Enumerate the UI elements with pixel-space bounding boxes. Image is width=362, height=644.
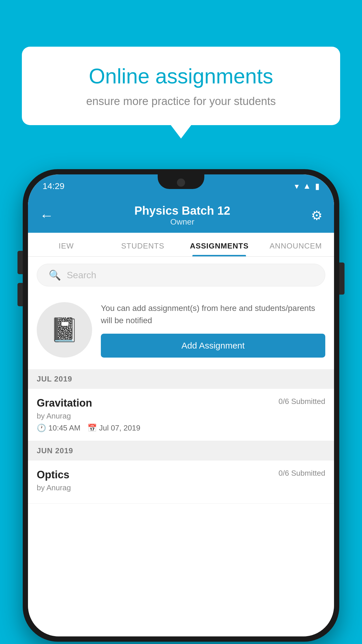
status-bar: 14:29 ▾ ▲ ▮ (28, 174, 334, 198)
assignment-time: 🕐 10:45 AM (37, 424, 80, 433)
content-area: 🔍 Search 📓 You can add assignment(s) fro… (28, 257, 334, 636)
assignment-optics-name: Optics (37, 469, 69, 481)
assignment-optics-row1: Optics 0/6 Submitted (37, 469, 325, 481)
assignment-name: Gravitation (37, 397, 92, 409)
assignment-date-value: Jul 07, 2019 (99, 424, 140, 433)
bubble-title: Online assignments (42, 64, 320, 88)
assignment-meta: 🕐 10:45 AM 📅 Jul 07, 2019 (37, 424, 325, 433)
assignment-optics[interactable]: Optics 0/6 Submitted by Anurag (28, 461, 334, 504)
volume-down-button (17, 283, 23, 306)
phone-screen: 14:29 ▾ ▲ ▮ ← Physics Batch 12 Owner ⚙ (28, 174, 334, 636)
assignment-optics-by: by Anurag (37, 483, 325, 492)
notebook-icon: 📓 (50, 316, 79, 344)
promo-text-area: You can add assignment(s) from here and … (101, 302, 325, 358)
back-button[interactable]: ← (40, 207, 54, 223)
assignment-gravitation[interactable]: Gravitation 0/6 Submitted by Anurag 🕐 10… (28, 389, 334, 441)
tabs-bar: IEW STUDENTS ASSIGNMENTS ANNOUNCEM (28, 233, 334, 257)
tab-assignments[interactable]: ASSIGNMENTS (181, 233, 258, 256)
header-center: Physics Batch 12 Owner (134, 204, 230, 227)
search-placeholder: Search (67, 270, 96, 281)
add-assignment-button[interactable]: Add Assignment (101, 334, 325, 358)
power-button (339, 262, 345, 295)
wifi-icon: ▾ (295, 181, 299, 191)
settings-icon[interactable]: ⚙ (311, 208, 322, 223)
promo-card: 📓 You can add assignment(s) from here an… (28, 293, 334, 366)
tab-iew[interactable]: IEW (28, 233, 105, 256)
assignment-time-value: 10:45 AM (48, 424, 80, 433)
speech-bubble-container: Online assignments ensure more practice … (22, 47, 340, 125)
section-header-jul2019: JUL 2019 (28, 369, 334, 389)
status-icons: ▾ ▲ ▮ (295, 181, 319, 191)
assignment-submitted: 0/6 Submitted (279, 397, 325, 406)
search-icon: 🔍 (49, 269, 61, 281)
section-header-jun2019: JUN 2019 (28, 441, 334, 461)
promo-icon-circle: 📓 (37, 302, 92, 358)
phone-frame: 14:29 ▾ ▲ ▮ ← Physics Batch 12 Owner ⚙ (23, 169, 339, 642)
calendar-icon: 📅 (87, 424, 97, 433)
signal-icon: ▲ (303, 181, 311, 191)
camera-notch (177, 178, 185, 187)
search-bar[interactable]: 🔍 Search (37, 264, 325, 286)
tab-announcements[interactable]: ANNOUNCEM (258, 233, 334, 256)
header-title: Physics Batch 12 (134, 204, 230, 217)
assignment-row1: Gravitation 0/6 Submitted (37, 397, 325, 409)
battery-icon: ▮ (315, 181, 319, 191)
status-time: 14:29 (43, 181, 64, 191)
assignment-optics-submitted: 0/6 Submitted (279, 469, 325, 478)
clock-icon: 🕐 (37, 424, 46, 433)
tab-students[interactable]: STUDENTS (105, 233, 181, 256)
promo-description: You can add assignment(s) from here and … (101, 302, 325, 327)
assignment-by: by Anurag (37, 412, 325, 421)
speech-bubble: Online assignments ensure more practice … (22, 47, 340, 125)
header-subtitle: Owner (134, 217, 230, 227)
volume-up-button (17, 251, 23, 274)
bubble-subtitle: ensure more practice for your students (42, 95, 320, 108)
assignment-date: 📅 Jul 07, 2019 (87, 424, 140, 433)
phone-notch (158, 174, 204, 189)
app-header: ← Physics Batch 12 Owner ⚙ (28, 198, 334, 233)
